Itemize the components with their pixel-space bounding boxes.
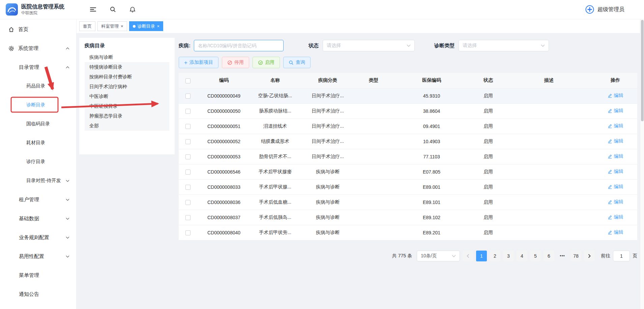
disable-button[interactable]: 停用 [222,57,249,68]
page-button-78[interactable]: 78 [570,251,581,261]
edit-button[interactable]: 编辑 [608,184,623,190]
sidebar-item-business-rules[interactable]: 业务规则配置 [0,228,76,247]
row-checkbox[interactable] [185,124,191,129]
more-pages-button[interactable]: ••• [557,251,568,261]
tab-diagnosis-catalog[interactable]: 诊断目录 × [129,21,164,31]
close-icon[interactable]: × [157,24,160,28]
page-button-5[interactable]: 5 [530,251,541,261]
sidebar-item-menu-management[interactable]: 菜单管理 [0,266,76,285]
goto-page-input[interactable] [613,251,630,261]
chevron-down-icon [407,44,411,47]
search-icon[interactable] [110,6,116,13]
row-checkbox[interactable] [185,94,191,99]
edit-button[interactable]: 编辑 [608,93,623,99]
cell-disease-category: 日间手术治疗... [299,149,356,164]
sidebar-item-label: 国临码目录 [26,121,50,127]
cell-type [356,103,391,119]
sidebar-item-tenant-management[interactable]: 租户管理 [0,190,76,209]
sidebar-item-consumables-catalog[interactable]: 耗材目录 [0,133,76,152]
tab-department-management[interactable]: 科室管理 × [97,21,127,31]
diagnosis-type-select[interactable]: 请选择 [459,40,549,51]
enable-button[interactable]: 启用 [253,57,280,68]
cell-status: 启用 [472,88,504,103]
catalog-item[interactable]: 疾病与诊断 [85,52,169,62]
tab-home[interactable]: 首页 [79,21,95,31]
catalog-item[interactable]: 中医证候目录 [85,101,169,111]
table-row[interactable]: CD0000000049 空肠-乙状结肠... 日间手术治疗... 45.931… [179,88,637,103]
edit-button[interactable]: 编辑 [608,199,623,205]
table-row[interactable]: CD0000006546 手术后甲状腺瘘 疾病与诊断 E07.805 启用 编辑 [179,164,637,179]
page-button-4[interactable]: 4 [517,251,527,261]
sidebar-item-catalog-management[interactable]: 目录管理 [0,58,76,77]
close-icon[interactable]: × [121,24,123,28]
cell-type [356,225,391,240]
scrollbar-thumb[interactable] [641,20,644,121]
table-row[interactable]: CD0000000052 结膜囊成形术 日间手术治疗... 10.4903 启用… [179,134,637,149]
edit-icon [608,184,612,189]
edit-button[interactable]: 编辑 [608,169,623,175]
disease-search-input[interactable] [194,40,284,51]
prev-page-button[interactable] [463,251,473,261]
edit-icon [608,200,612,204]
chevron-down-icon [66,217,69,220]
sidebar-item-notice[interactable]: 通知公告 [0,285,76,304]
user-menu[interactable]: 超级管理员 [585,5,644,14]
sidebar-item-basic-data[interactable]: 基础数据 [0,209,76,228]
catalog-item[interactable]: 肿瘤形态学目录 [85,111,169,121]
edit-button[interactable]: 编辑 [608,138,623,144]
page-button-2[interactable]: 2 [490,251,500,261]
row-checkbox[interactable] [185,139,191,144]
sidebar-item-diagnosis-catalog[interactable]: 诊断目录 [0,96,76,114]
row-checkbox[interactable] [185,230,191,235]
table-row[interactable]: CD0000008037 手术后低胰岛... 疾病与诊断 E89.102 启用 … [179,210,637,225]
catalog-item[interactable]: 中医诊断 [85,92,169,101]
table-row[interactable]: CD0000000050 肠系膜动脉结... 日间手术治疗... 38.8604… [179,103,637,119]
catalog-item[interactable]: 按病种目录付费诊断 [85,72,169,82]
row-checkbox[interactable] [185,200,191,205]
table-row[interactable]: CD0000008033 手术后甲状腺... 疾病与诊断 E89.001 启用 … [179,179,637,195]
cell-status: 启用 [472,210,504,225]
add-item-button[interactable]: + 添加新项目 [179,57,218,68]
catalog-item[interactable]: 全部 [85,121,169,131]
page-button-1[interactable]: 1 [476,251,487,261]
collapse-menu-icon[interactable] [89,6,97,13]
sidebar-item-label: 诊疗目录 [26,159,45,165]
edit-button[interactable]: 编辑 [608,153,623,159]
cell-code: CD0000008036 [197,195,251,210]
row-checkbox[interactable] [185,170,191,175]
table-row[interactable]: CD0000000051 泪道挂线术 日间手术治疗... 09.4901 启用 … [179,119,637,134]
sidebar-item-usability-config[interactable]: 易用性配置 [0,247,76,266]
cell-insurance-code: 38.8604 [391,103,472,119]
catalog-item[interactable]: 特慢病诊断目录 [85,62,169,72]
row-checkbox[interactable] [185,109,191,114]
page-scrollbar[interactable] [640,19,644,309]
edit-button[interactable]: 编辑 [608,123,623,129]
edit-button[interactable]: 编辑 [608,214,623,220]
notification-bell-icon[interactable] [129,6,136,13]
select-all-checkbox[interactable] [185,78,191,83]
edit-button[interactable]: 编辑 [608,229,623,235]
next-page-button[interactable] [584,251,595,261]
query-button[interactable]: 查询 [283,57,311,68]
cell-description [504,164,593,179]
sidebar-item-home[interactable]: 首页 [0,20,76,39]
header-category: 疾病分类 [299,73,356,88]
page-button-6[interactable]: 6 [544,251,554,261]
status-select[interactable]: 请选择 [323,40,415,51]
goto-label: 前往 [601,253,610,259]
edit-button[interactable]: 编辑 [608,108,623,114]
row-checkbox[interactable] [185,185,191,190]
sidebar-item-system-management[interactable]: 系统管理 [0,39,76,58]
table-row[interactable]: CD0000008040 手术后甲状旁... 疾病与诊断 E89.201 启用 … [179,225,637,240]
sidebar-item-national-code-catalog[interactable]: 国临码目录 [0,114,76,133]
catalog-item[interactable]: 日间手术治疗病种 [85,82,169,92]
table-row[interactable]: CD0000000053 肋骨切开术不... 日间手术治疗... 77.1103… [179,149,637,164]
page-button-3[interactable]: 3 [503,251,514,261]
row-checkbox[interactable] [185,215,191,220]
sidebar-item-catalog-mapping[interactable]: 目录对照-待开发 [0,171,76,190]
table-row[interactable]: CD0000008036 手术后低血糖... 疾病与诊断 E89.101 启用 … [179,195,637,210]
page-size-select[interactable]: 10条/页 [417,251,460,261]
row-checkbox[interactable] [185,154,191,159]
sidebar-item-treatment-catalog[interactable]: 诊疗目录 [0,152,76,171]
sidebar-item-drug-catalog[interactable]: 药品目录 [0,77,76,96]
